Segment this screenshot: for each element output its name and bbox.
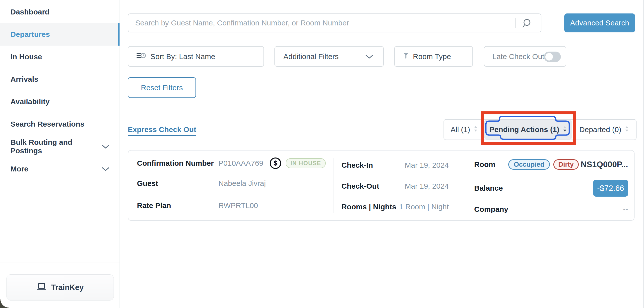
- laptop-icon: [36, 283, 46, 292]
- card-divider: [333, 158, 334, 213]
- dirty-status-badge: Dirty: [553, 159, 579, 170]
- chevron-down-icon: [102, 165, 110, 173]
- additional-filters-label: Additional Filters: [284, 52, 339, 61]
- card-divider: [470, 158, 470, 213]
- tab-pending-actions[interactable]: Pending Actions (1): [484, 120, 572, 140]
- check-in-value: Mar 19, 2024: [405, 161, 449, 169]
- reset-filters-button[interactable]: Reset Filters: [128, 77, 196, 98]
- balance-amount-button[interactable]: -$72.66: [593, 180, 628, 197]
- sort-arrows-icon: [474, 125, 478, 134]
- tab-all-label: All (1): [450, 125, 470, 134]
- advanced-search-button[interactable]: Advanced Search: [564, 14, 635, 32]
- main-content: Advanced Search Sort By: Last Name Addit…: [120, 0, 644, 308]
- sidebar: Dashboard Departures In House Arrivals A…: [0, 0, 120, 308]
- toggle-knob: [546, 53, 553, 61]
- sidebar-item-label: Departures: [10, 30, 50, 39]
- funnel-icon: [403, 52, 409, 61]
- in-house-status-badge: IN HOUSE: [286, 158, 326, 168]
- sidebar-item-label: Arrivals: [10, 75, 38, 84]
- sidebar-item-label: Dashboard: [10, 8, 50, 16]
- chevron-down-icon: [365, 52, 373, 61]
- sidebar-item-in-house[interactable]: In House: [0, 46, 120, 68]
- rate-plan-label: Rate Plan: [137, 201, 218, 210]
- departures-status-tabs: All (1) Pending Actions (1) Departed (0): [444, 119, 636, 140]
- balance-row: Balance -$72.66: [474, 180, 628, 197]
- search-input[interactable]: [128, 14, 512, 32]
- sort-by-time-icon: [136, 52, 146, 61]
- tab-pending-actions-label: Pending Actions (1): [489, 125, 559, 134]
- sidebar-item-more[interactable]: More: [0, 158, 120, 180]
- confirmation-row: Confirmation Number P010AAA769 $ IN HOUS…: [137, 158, 331, 169]
- company-value: --: [623, 205, 628, 214]
- balance-label: Balance: [474, 184, 503, 192]
- sidebar-divider: [0, 262, 120, 262]
- search-divider: [515, 18, 516, 28]
- sidebar-item-departures[interactable]: Departures: [0, 23, 120, 46]
- rooms-nights-value: 1 Room | Night: [399, 203, 449, 211]
- late-check-out-label: Late Check Out: [492, 52, 544, 61]
- check-in-row: Check-In Mar 19, 2024: [342, 160, 449, 171]
- chevron-down-icon: [102, 142, 110, 151]
- trainkey-button[interactable]: TrainKey: [6, 274, 114, 300]
- sidebar-item-label: Search Reservations: [10, 120, 84, 128]
- sidebar-item-search-reservations[interactable]: Search Reservations: [0, 113, 120, 135]
- sidebar-item-arrivals[interactable]: Arrivals: [0, 68, 120, 91]
- confirmation-label: Confirmation Number: [137, 159, 218, 167]
- occupied-status-badge: Occupied: [508, 159, 550, 170]
- sidebar-item-dashboard[interactable]: Dashboard: [0, 1, 120, 23]
- sort-by-button[interactable]: Sort By: Last Name: [128, 46, 264, 67]
- sidebar-item-availability[interactable]: Availability: [0, 91, 120, 113]
- room-number-value: NS1Q000P...: [581, 160, 628, 169]
- room-row: Room Occupied Dirty NS1Q000P...: [474, 159, 628, 170]
- guest-label: Guest: [137, 179, 218, 188]
- rate-plan-row: Rate Plan RWPRTL00: [137, 200, 331, 211]
- reservation-card[interactable]: Confirmation Number P010AAA769 $ IN HOUS…: [128, 150, 634, 221]
- sidebar-item-label: Bulk Routing and Postings: [10, 138, 102, 155]
- trainkey-label: TrainKey: [51, 283, 84, 292]
- guest-value: Nabeela Jivraj: [218, 179, 266, 188]
- tab-departed-label: Departed (0): [579, 125, 621, 134]
- confirmation-value: P010AAA769: [218, 159, 263, 167]
- room-label: Room: [474, 160, 495, 169]
- late-check-out-filter[interactable]: Late Check Out: [484, 46, 566, 67]
- sort-arrows-icon: [563, 125, 567, 134]
- room-type-filter-button[interactable]: Room Type: [394, 46, 473, 67]
- additional-filters-dropdown[interactable]: Additional Filters: [274, 46, 384, 67]
- sidebar-item-label: In House: [10, 53, 42, 61]
- departures-page: Dashboard Departures In House Arrivals A…: [0, 0, 644, 308]
- company-label: Company: [474, 205, 508, 214]
- search-box: [128, 14, 542, 32]
- express-check-out-link[interactable]: Express Check Out: [128, 125, 196, 136]
- sidebar-item-label: More: [10, 165, 28, 173]
- payment-dollar-icon[interactable]: $: [270, 157, 281, 169]
- sort-arrows-icon: [625, 125, 629, 134]
- check-out-label: Check-Out: [342, 182, 379, 190]
- sidebar-nav: Dashboard Departures In House Arrivals A…: [0, 1, 120, 180]
- check-in-label: Check-In: [342, 161, 373, 169]
- guest-row: Guest Nabeela Jivraj: [137, 178, 331, 189]
- rooms-nights-label: Rooms | Nights: [342, 203, 396, 211]
- sidebar-item-label: Availability: [10, 97, 50, 106]
- rooms-nights-row: Rooms | Nights 1 Room | Night: [342, 201, 449, 212]
- tab-all[interactable]: All (1): [444, 120, 484, 140]
- tab-departed[interactable]: Departed (0): [572, 120, 636, 140]
- late-check-out-toggle[interactable]: [544, 52, 561, 62]
- screen-corner: [0, 299, 9, 308]
- search-icon[interactable]: [522, 19, 532, 30]
- sidebar-item-bulk-routing-and-postings[interactable]: Bulk Routing and Postings: [0, 135, 120, 158]
- check-out-value: Mar 19, 2024: [405, 182, 449, 190]
- sort-by-label: Sort By: Last Name: [150, 52, 215, 61]
- rate-plan-value: RWPRTL00: [218, 201, 258, 210]
- check-out-row: Check-Out Mar 19, 2024: [342, 181, 449, 192]
- room-type-label: Room Type: [413, 52, 451, 61]
- company-row: Company --: [474, 204, 628, 215]
